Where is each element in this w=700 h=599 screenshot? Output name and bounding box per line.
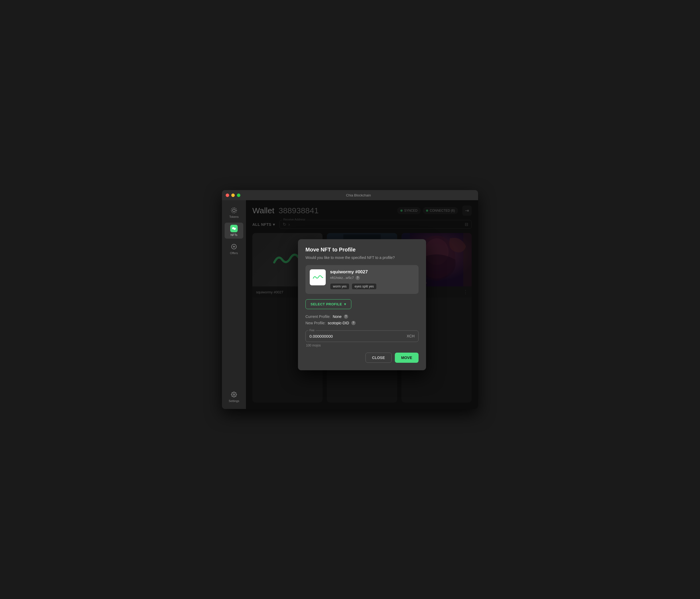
- sidebar-item-tokens[interactable]: Tokens: [225, 205, 243, 220]
- nft-tag-eyes: eyes split yes: [352, 283, 377, 290]
- fee-section: Fee XCH: [305, 331, 419, 342]
- titlebar-title: Chia Blockchain: [243, 193, 474, 197]
- modal-overlay: Move NFT to Profile Would you like to mo…: [246, 200, 478, 409]
- fee-input[interactable]: [309, 334, 394, 338]
- new-profile-label: New Profile:: [305, 321, 325, 325]
- select-profile-button[interactable]: SELECT PROFILE ▾: [305, 299, 351, 309]
- profile-info: Current Profile: None ? New Profile: sco…: [305, 314, 419, 325]
- app-body: Tokens NFTs Offers: [222, 200, 478, 409]
- settings-icon: [230, 391, 238, 398]
- current-profile-value: None: [333, 314, 342, 319]
- chevron-down-icon: ▾: [344, 302, 346, 306]
- hash-help-icon[interactable]: ?: [356, 276, 360, 280]
- fee-input-row: XCH: [309, 334, 415, 338]
- fee-mojo: 100 mojos: [305, 343, 419, 347]
- sidebar-item-tokens-label: Tokens: [229, 215, 239, 218]
- current-profile-help-icon[interactable]: ?: [344, 314, 348, 319]
- select-profile-label: SELECT PROFILE: [310, 302, 342, 306]
- titlebar: Chia Blockchain: [222, 190, 478, 200]
- close-button[interactable]: CLOSE: [366, 353, 392, 363]
- move-button[interactable]: MOVE: [395, 353, 419, 363]
- new-profile-help-icon[interactable]: ?: [351, 321, 356, 325]
- sidebar-item-settings-label: Settings: [229, 399, 239, 403]
- nft-hash: nft1hskz...w5c7 ?: [330, 276, 414, 280]
- move-nft-modal: Move NFT to Profile Would you like to mo…: [298, 239, 426, 370]
- fee-currency: XCH: [406, 334, 415, 338]
- new-profile-row: New Profile: scotopic-DID ?: [305, 321, 419, 325]
- app-window: Chia Blockchain Tokens: [222, 190, 478, 409]
- sidebar-item-offers[interactable]: Offers: [225, 241, 243, 257]
- sidebar: Tokens NFTs Offers: [222, 200, 246, 409]
- sidebar-item-settings[interactable]: Settings: [225, 389, 243, 405]
- modal-title: Move NFT to Profile: [305, 247, 419, 253]
- nft-info: squiwormy #0027 nft1hskz...w5c7 ? worm y…: [330, 269, 414, 290]
- nft-icon: [230, 225, 238, 232]
- modal-buttons: CLOSE MOVE: [305, 353, 419, 363]
- sidebar-item-nfts[interactable]: NFTs: [225, 223, 243, 239]
- modal-subtitle: Would you like to move the specified NFT…: [305, 256, 419, 260]
- main-content: Wallet 388938841 SYNCED CONNECTED (6) ⇥: [246, 200, 478, 409]
- minimize-traffic-light[interactable]: [231, 194, 235, 197]
- svg-point-1: [231, 208, 236, 213]
- fee-label: Fee: [308, 329, 316, 332]
- svg-point-0: [233, 209, 235, 212]
- current-profile-row: Current Profile: None ?: [305, 314, 419, 319]
- nft-preview-title: squiwormy #0027: [330, 269, 414, 275]
- nft-preview-card: squiwormy #0027 nft1hskz...w5c7 ? worm y…: [305, 265, 419, 294]
- new-profile-value: scotopic-DID: [328, 321, 349, 325]
- nft-tags: worm yes eyes split yes: [330, 283, 414, 290]
- current-profile-label: Current Profile:: [305, 314, 330, 319]
- nft-tag-worm: worm yes: [330, 283, 349, 290]
- maximize-traffic-light[interactable]: [237, 194, 240, 197]
- nft-thumbnail: [310, 269, 326, 285]
- svg-point-4: [233, 394, 235, 395]
- offers-icon: [230, 243, 238, 250]
- sidebar-item-offers-label: Offers: [230, 251, 238, 255]
- tokens-icon: [230, 207, 238, 214]
- sidebar-item-nfts-label: NFTs: [230, 233, 238, 237]
- close-traffic-light[interactable]: [226, 194, 229, 197]
